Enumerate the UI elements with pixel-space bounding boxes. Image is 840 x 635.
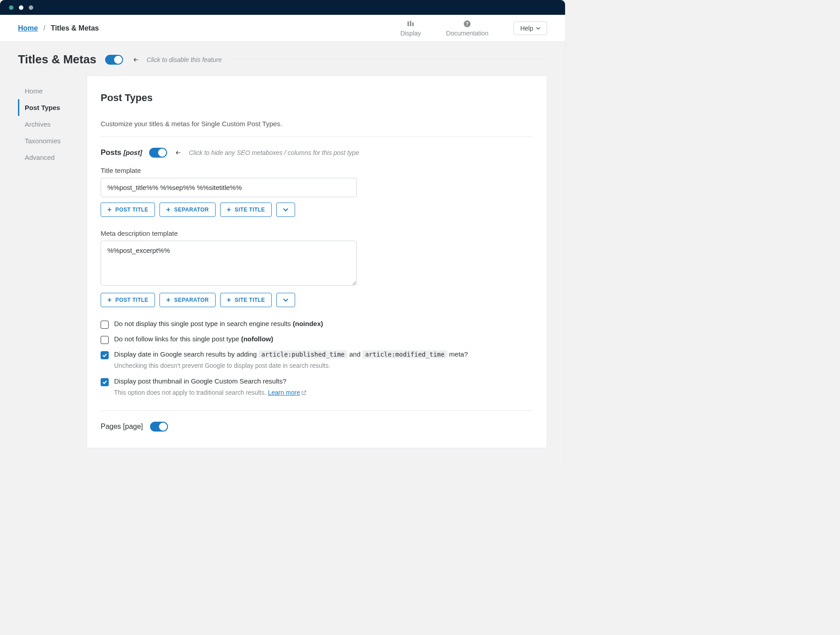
- window-close-dot[interactable]: [9, 5, 13, 10]
- chip-label: POST TITLE: [115, 207, 148, 213]
- documentation-action[interactable]: ? Documentation: [446, 20, 488, 37]
- plus-icon: +: [166, 207, 171, 212]
- svg-rect-0: [407, 21, 409, 26]
- external-link-icon: [301, 390, 307, 397]
- check-label: Do not follow links for this single post…: [114, 335, 273, 343]
- post-type-toggle[interactable]: [150, 422, 168, 432]
- plus-icon: +: [107, 297, 112, 303]
- text-strong: (noindex): [293, 320, 323, 327]
- divider: [231, 59, 547, 60]
- svg-rect-1: [410, 21, 411, 26]
- window-minimize-dot[interactable]: [19, 5, 23, 10]
- post-type-slug: [page]: [123, 423, 143, 430]
- plus-icon: +: [227, 207, 231, 212]
- sidebar-item-label: Post Types: [25, 104, 60, 111]
- svg-rect-2: [412, 22, 414, 26]
- check-date: Display date in Google search results by…: [101, 350, 533, 359]
- header-actions: Display ? Documentation Help: [400, 20, 547, 37]
- post-type-slug: [post]: [124, 149, 142, 156]
- checkbox-nofollow[interactable]: [101, 336, 109, 344]
- chip-post-title[interactable]: +POST TITLE: [101, 293, 155, 307]
- code: article:published_time: [259, 350, 347, 358]
- sidebar-item-label: Taxonomies: [25, 137, 61, 145]
- plus-icon: +: [227, 297, 231, 303]
- text: Do not follow links for this single post…: [114, 335, 241, 343]
- divider: [101, 137, 533, 137]
- svg-text:?: ?: [466, 21, 469, 26]
- checkbox-thumbnail[interactable]: [101, 378, 109, 386]
- body: Home Post Types Archives Taxonomies Adva…: [0, 75, 565, 466]
- display-label: Display: [400, 30, 421, 37]
- checkbox-date[interactable]: [101, 351, 109, 359]
- post-type-toggle-hint-text: Click to hide any SEO metaboxes / column…: [189, 149, 359, 156]
- check-icon: [102, 353, 107, 358]
- chip-post-title[interactable]: +POST TITLE: [101, 203, 155, 217]
- check-label: Display date in Google search results by…: [114, 350, 468, 358]
- meta-template-chips: +POST TITLE +SEPARATOR +SITE TITLE: [101, 293, 533, 307]
- text-strong: (nofollow): [241, 335, 274, 343]
- check-nofollow: Do not follow links for this single post…: [101, 335, 533, 344]
- chip-label: SITE TITLE: [235, 297, 265, 303]
- learn-more-link[interactable]: Learn more: [268, 389, 300, 396]
- help-label: Help: [520, 25, 533, 32]
- plus-icon: +: [107, 207, 112, 212]
- chip-label: POST TITLE: [115, 297, 148, 303]
- check-label: Do not display this single post type in …: [114, 320, 323, 327]
- check-date-note: Unchecking this doesn't prevent Google t…: [114, 362, 533, 369]
- page-title: Titles & Metas: [18, 53, 96, 66]
- meta-template-input[interactable]: [101, 241, 357, 286]
- checkbox-noindex[interactable]: [101, 321, 109, 329]
- display-action[interactable]: Display: [400, 20, 421, 37]
- text: meta?: [447, 350, 468, 358]
- caret-down-icon: [536, 26, 540, 31]
- chevron-down-icon: [283, 297, 288, 303]
- page-title-row: Titles & Metas Click to disable this fea…: [0, 42, 565, 75]
- window-maximize-dot[interactable]: [29, 5, 33, 10]
- chip-separator[interactable]: +SEPARATOR: [159, 203, 216, 217]
- post-type-toggle-hint: Click to hide any SEO metaboxes / column…: [174, 149, 359, 156]
- header: Home / Titles & Metas Display ? Document…: [0, 15, 565, 42]
- chip-more[interactable]: [276, 293, 295, 307]
- columns-icon: [407, 20, 415, 28]
- help-button[interactable]: Help: [513, 22, 547, 35]
- panel-heading: Post Types: [101, 92, 533, 104]
- sidebar-item-post-types[interactable]: Post Types: [18, 99, 87, 116]
- feature-toggle[interactable]: [105, 55, 123, 65]
- sidebar-item-taxonomies[interactable]: Taxonomies: [18, 132, 87, 149]
- panel-description: Customize your titles & metas for Single…: [101, 120, 533, 128]
- text: This option does not apply to traditiona…: [114, 389, 268, 396]
- chip-separator[interactable]: +SEPARATOR: [159, 293, 216, 307]
- app-window: Home / Titles & Metas Display ? Document…: [0, 0, 565, 466]
- sidebar-item-label: Advanced: [25, 154, 55, 161]
- arrow-left-icon: [132, 57, 140, 63]
- sidebar-item-label: Archives: [25, 120, 51, 128]
- breadcrumb: Home / Titles & Metas: [18, 24, 99, 32]
- chip-site-title[interactable]: +SITE TITLE: [220, 203, 272, 217]
- post-type-title: Pages [page]: [101, 423, 143, 431]
- sidebar-item-advanced[interactable]: Advanced: [18, 149, 87, 166]
- post-type-name: Posts: [101, 148, 121, 157]
- breadcrumb-separator: /: [43, 24, 45, 32]
- title-template-input[interactable]: [101, 178, 357, 197]
- breadcrumb-home-link[interactable]: Home: [18, 24, 38, 32]
- next-post-type-header: Pages [page]: [101, 410, 533, 432]
- text: Display date in Google search results by…: [114, 350, 259, 358]
- post-type-header: Posts [post] Click to hide any SEO metab…: [101, 148, 533, 158]
- check-label: Display post thumbnail in Google Custom …: [114, 377, 287, 385]
- chip-site-title[interactable]: +SITE TITLE: [220, 293, 272, 307]
- feature-toggle-hint: Click to disable this feature: [132, 56, 221, 63]
- text: and: [347, 350, 362, 358]
- post-type-toggle[interactable]: [149, 148, 167, 158]
- code: article:modified_time: [363, 350, 447, 358]
- chip-more[interactable]: [276, 203, 295, 217]
- title-template-label: Title template: [101, 167, 533, 174]
- chip-label: SEPARATOR: [174, 207, 209, 213]
- sidebar-item-archives[interactable]: Archives: [18, 116, 87, 132]
- sidebar-item-home[interactable]: Home: [18, 83, 87, 99]
- main-panel: Post Types Customize your titles & metas…: [87, 75, 547, 448]
- post-type-name: Pages: [101, 423, 121, 430]
- chevron-down-icon: [283, 207, 288, 212]
- sidebar-item-label: Home: [25, 87, 43, 95]
- post-type-title: Posts [post]: [101, 148, 142, 157]
- plus-icon: +: [166, 297, 171, 303]
